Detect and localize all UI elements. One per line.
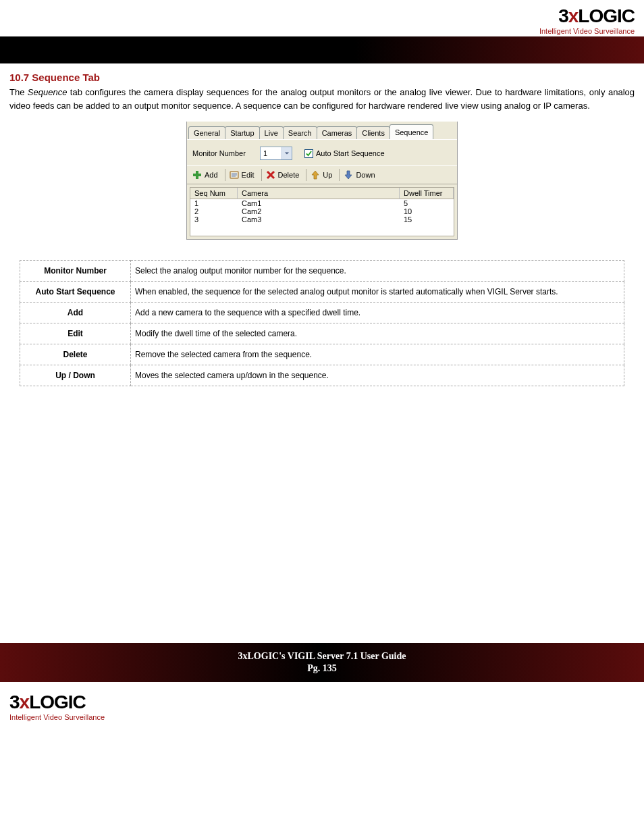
arrow-down-icon: [344, 170, 353, 180]
tab-live[interactable]: Live: [259, 126, 284, 139]
def-row: Auto Start Sequence When enabled, the se…: [20, 282, 624, 303]
tab-general[interactable]: General: [188, 126, 225, 139]
edit-label: Edit: [242, 171, 254, 179]
chevron-down-icon: [281, 147, 292, 159]
plus-icon: [192, 170, 202, 180]
footer-title: 3xLOGIC's VIGIL Server 7.1 User Guide: [0, 651, 644, 662]
def-term: Up / Down: [20, 365, 131, 386]
logo-prefix: 3: [558, 5, 568, 26]
tab-strip: General Startup Live Search Cameras Clie…: [187, 122, 457, 140]
footer-page: Pg. 135: [0, 663, 644, 674]
tab-clients[interactable]: Clients: [356, 126, 390, 139]
footer-band: 3xLOGIC's VIGIL Server 7.1 User Guide Pg…: [0, 643, 644, 682]
def-desc: Remove the selected camera from the sequ…: [131, 344, 624, 365]
grid-body: 1 Cam1 5 2 Cam2 10 3 Cam3 15: [190, 199, 454, 236]
def-term: Edit: [20, 323, 131, 344]
body-text-2: tab configures the camera display sequen…: [9, 87, 635, 111]
cell-seq: 2: [190, 207, 238, 215]
definitions-table: Monitor Number Select the analog output …: [20, 260, 624, 386]
def-row: Add Add a new camera to the sequence wit…: [20, 303, 624, 323]
brand-logo-footer: 3xLOGIC Intelligent Video Surveillance: [9, 692, 635, 721]
def-row: Up / Down Moves the selected camera up/d…: [20, 365, 624, 386]
delete-icon: [266, 170, 275, 180]
def-desc: Moves the selected camera up/down in the…: [131, 365, 624, 386]
monitor-number-value: 1: [263, 149, 267, 157]
def-desc: Add a new camera to the sequence with a …: [131, 303, 624, 323]
body-text-1: The: [9, 87, 28, 97]
cell-camera: Cam1: [238, 199, 400, 207]
grid-header: Seq Num Camera Dwell Timer: [190, 188, 454, 199]
monitor-number-label: Monitor Number: [192, 149, 260, 157]
tab-startup[interactable]: Startup: [225, 126, 259, 139]
logo-suffix: LOGIC: [578, 5, 635, 26]
cell-camera: Cam3: [238, 215, 400, 224]
add-label: Add: [205, 171, 218, 179]
delete-label: Delete: [278, 171, 300, 179]
toolbar-sep: [306, 169, 306, 181]
delete-button[interactable]: Delete: [263, 169, 305, 181]
def-row: Delete Remove the selected camera from t…: [20, 344, 624, 365]
toolbar: Add Edit Delete Up: [187, 165, 457, 184]
col-header-camera[interactable]: Camera: [238, 188, 400, 199]
table-row[interactable]: 2 Cam2 10: [190, 207, 454, 215]
tab-cameras[interactable]: Cameras: [317, 126, 358, 139]
logo-x: x: [568, 5, 579, 26]
footer-logo-row: 3xLOGIC Intelligent Video Surveillance: [9, 682, 635, 731]
section-heading: 10.7 Sequence Tab: [9, 72, 635, 83]
def-row: Edit Modify the dwell time of the select…: [20, 323, 624, 344]
cell-dwell: 10: [400, 207, 454, 215]
brand-logo: 3xLOGIC Intelligent Video Surveillance: [539, 5, 635, 35]
edit-icon: [230, 170, 239, 180]
add-button[interactable]: Add: [190, 169, 223, 181]
toolbar-sep: [261, 169, 262, 181]
def-term: Monitor Number: [20, 261, 131, 282]
logo-x: x: [20, 692, 30, 712]
tab-search[interactable]: Search: [283, 126, 317, 139]
table-row[interactable]: 3 Cam3 15: [190, 215, 454, 224]
body-text-em: Sequence: [28, 87, 68, 97]
auto-start-checkbox[interactable]: [304, 149, 313, 158]
up-button[interactable]: Up: [308, 169, 338, 181]
section-body: The Sequence tab configures the camera d…: [9, 86, 635, 112]
cell-seq: 1: [190, 199, 238, 207]
tab-sequence[interactable]: Sequence: [390, 124, 434, 139]
cell-dwell: 15: [400, 215, 454, 224]
def-row: Monitor Number Select the analog output …: [20, 261, 624, 282]
svg-rect-1: [193, 174, 201, 176]
down-label: Down: [356, 171, 375, 179]
auto-start-label: Auto Start Sequence: [316, 149, 385, 157]
def-term: Auto Start Sequence: [20, 282, 131, 303]
def-desc: Select the analog output monitor number …: [131, 261, 624, 282]
def-term: Add: [20, 303, 131, 323]
monitor-number-select[interactable]: 1: [260, 147, 292, 160]
up-label: Up: [323, 171, 332, 179]
arrow-up-icon: [311, 170, 320, 180]
def-desc: Modify the dwell time of the selected ca…: [131, 323, 624, 344]
sequence-tab-panel: General Startup Live Search Cameras Clie…: [186, 122, 458, 240]
toolbar-sep: [339, 169, 340, 181]
logo-prefix: 3: [9, 692, 20, 712]
monitor-row: Monitor Number 1 Auto Start Sequence: [187, 140, 457, 165]
edit-button[interactable]: Edit: [227, 169, 260, 181]
header-band: [0, 36, 644, 63]
def-term: Delete: [20, 344, 131, 365]
toolbar-sep: [225, 169, 225, 181]
header-logo-row: 3xLOGIC Intelligent Video Surveillance: [9, 5, 635, 36]
sequence-grid: Seq Num Camera Dwell Timer 1 Cam1 5 2 Ca…: [190, 187, 454, 236]
logo-suffix: LOGIC: [29, 692, 86, 712]
down-button[interactable]: Down: [341, 169, 380, 181]
def-desc: When enabled, the sequence for the selec…: [131, 282, 624, 303]
cell-camera: Cam2: [238, 207, 400, 215]
col-header-seq[interactable]: Seq Num: [190, 188, 238, 199]
cell-dwell: 5: [400, 199, 454, 207]
col-header-dwell[interactable]: Dwell Timer: [400, 188, 454, 199]
table-row[interactable]: 1 Cam1 5: [190, 199, 454, 207]
logo-tagline: Intelligent Video Surveillance: [9, 713, 635, 721]
logo-tagline: Intelligent Video Surveillance: [539, 27, 635, 35]
cell-seq: 3: [190, 215, 238, 224]
